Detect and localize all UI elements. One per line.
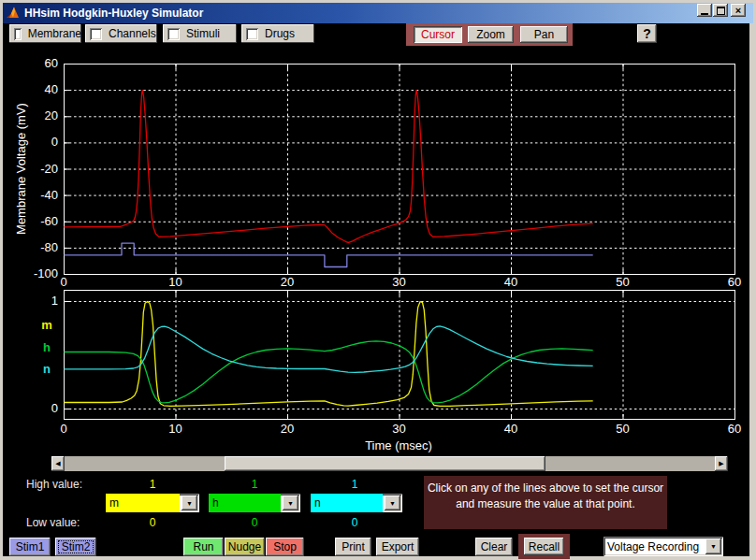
upper-x-tick-label: 50 [608, 276, 638, 289]
pan-mode-button[interactable]: Pan [520, 26, 568, 43]
arrow-right-icon: ▶ [719, 460, 723, 467]
chevron-down-icon[interactable]: ▼ [283, 495, 298, 510]
legend-n: n [39, 362, 54, 376]
legend-h: h [39, 340, 54, 354]
clear-button[interactable]: Clear [475, 538, 513, 556]
app-window: HHsim Hodgkin-Huxley Simulator × Membran… [0, 0, 756, 560]
high-value-label: High value: [26, 478, 82, 491]
cursor-hint-line1: Click on any of the lines above to set t… [424, 481, 667, 496]
window-border-left [0, 0, 3, 560]
window-border-bottom [0, 556, 756, 560]
chevron-down-icon[interactable]: ▼ [705, 538, 721, 554]
voltage-y-tick-label: -40 [28, 189, 58, 202]
time-x-tick-label: 0 [49, 423, 79, 436]
help-button[interactable]: ? [637, 24, 657, 43]
voltage-y-tick-label: 60 [28, 57, 58, 70]
titlebar[interactable]: HHsim Hodgkin-Huxley Simulator [3, 3, 753, 23]
cursor-mode-button[interactable]: Cursor [414, 26, 462, 43]
membrane-label: Membrane [28, 27, 81, 40]
drugs-label: Drugs [265, 27, 295, 40]
chevron-down-icon[interactable]: ▼ [182, 495, 197, 510]
maximize-icon [717, 7, 725, 15]
recording-select-value: Voltage Recording [603, 537, 704, 556]
stimuli-label: Stimuli [186, 27, 220, 40]
low-value-n: 0 [336, 516, 373, 529]
high-value-m: 1 [134, 478, 171, 491]
minimize-icon [701, 13, 708, 15]
zoom-mode-button[interactable]: Zoom [468, 26, 514, 43]
window-border-right [749, 0, 756, 560]
close-icon: × [735, 6, 741, 15]
time-scrollbar[interactable]: ◀ ▶ [51, 456, 728, 471]
low-value-label: Low value: [26, 516, 80, 529]
cursor-hint-message: Click on any of the lines above to set t… [424, 476, 667, 529]
time-axis-title: Time (msec) [324, 438, 473, 452]
recording-select[interactable]: Voltage Recording ▼ [603, 537, 723, 556]
time-x-tick-label: 20 [272, 423, 302, 436]
legend-m: m [39, 318, 54, 332]
scroll-right-button[interactable]: ▶ [715, 456, 728, 471]
gating-plot[interactable] [64, 290, 735, 420]
upper-x-tick-label: 20 [272, 276, 302, 289]
drugs-checkbox[interactable] [246, 28, 258, 40]
low-value-m: 0 [134, 516, 171, 529]
nudge-button[interactable]: Nudge [225, 538, 265, 556]
run-button[interactable]: Run [183, 538, 224, 556]
upper-x-tick-label: 10 [161, 276, 191, 289]
print-button[interactable]: Print [335, 538, 371, 556]
voltage-y-tick-label: -20 [28, 163, 58, 176]
voltage-y-tick-label: 20 [28, 109, 58, 122]
app-icon [6, 6, 21, 21]
scroll-thumb[interactable] [225, 456, 545, 471]
voltage-plot[interactable] [64, 64, 735, 275]
upper-x-tick-label: 0 [49, 276, 79, 289]
channel-select-2[interactable]: h ▼ [209, 494, 300, 512]
voltage-axis-title: Membrane Voltage (mV) [14, 71, 28, 267]
drugs-toggle[interactable]: Drugs [241, 24, 314, 43]
channel-select-3[interactable]: n ▼ [311, 494, 402, 512]
membrane-toggle[interactable]: Membrane [9, 24, 81, 43]
stop-button[interactable]: Stop [266, 538, 304, 556]
gating-y-tick-label: 0 [28, 402, 58, 415]
scroll-left-button[interactable]: ◀ [51, 456, 65, 471]
upper-x-tick-label: 30 [385, 276, 414, 289]
channel-select-1-value: m [106, 494, 180, 512]
arrow-left-icon: ◀ [55, 460, 60, 467]
stim2-button[interactable]: Stim2 [55, 538, 96, 556]
channels-toggle[interactable]: Channels [85, 24, 157, 43]
close-button[interactable]: × [731, 4, 746, 17]
voltage-y-tick-label: 0 [28, 136, 58, 149]
low-value-h: 0 [236, 516, 273, 529]
maximize-button[interactable] [713, 4, 728, 17]
voltage-y-tick-label: -80 [28, 241, 58, 254]
voltage-y-tick-label: 40 [28, 83, 58, 96]
stimuli-toggle[interactable]: Stimuli [163, 24, 237, 43]
window-title: HHsim Hodgkin-Huxley Simulator [24, 7, 203, 20]
gating-y-tick-label: 1 [28, 294, 58, 308]
cursor-hint-line2: and measure the value at that point. [424, 496, 667, 512]
high-value-n: 1 [336, 478, 373, 491]
membrane-checkbox[interactable] [14, 28, 22, 40]
time-x-tick-label: 30 [385, 423, 414, 436]
high-value-h: 1 [236, 478, 273, 491]
channel-select-3-value: n [311, 494, 383, 512]
voltage-y-tick-label: -60 [28, 215, 58, 228]
stim1-button[interactable]: Stim1 [9, 538, 51, 556]
export-button[interactable]: Export [376, 538, 419, 556]
chevron-down-icon[interactable]: ▼ [385, 495, 400, 510]
recall-button[interactable]: Recall [524, 538, 564, 555]
time-x-tick-label: 50 [608, 423, 638, 436]
channel-select-2-value: h [209, 494, 281, 512]
minimize-button[interactable] [697, 4, 712, 17]
upper-x-tick-label: 40 [496, 276, 526, 289]
channels-checkbox[interactable] [90, 28, 102, 40]
time-x-tick-label: 40 [496, 423, 526, 436]
time-x-tick-label: 60 [720, 423, 749, 436]
channel-select-1[interactable]: m ▼ [106, 494, 199, 512]
stimuli-checkbox[interactable] [167, 28, 180, 40]
channels-label: Channels [109, 27, 156, 40]
upper-x-tick-label: 60 [720, 276, 749, 289]
time-x-tick-label: 10 [161, 423, 191, 436]
